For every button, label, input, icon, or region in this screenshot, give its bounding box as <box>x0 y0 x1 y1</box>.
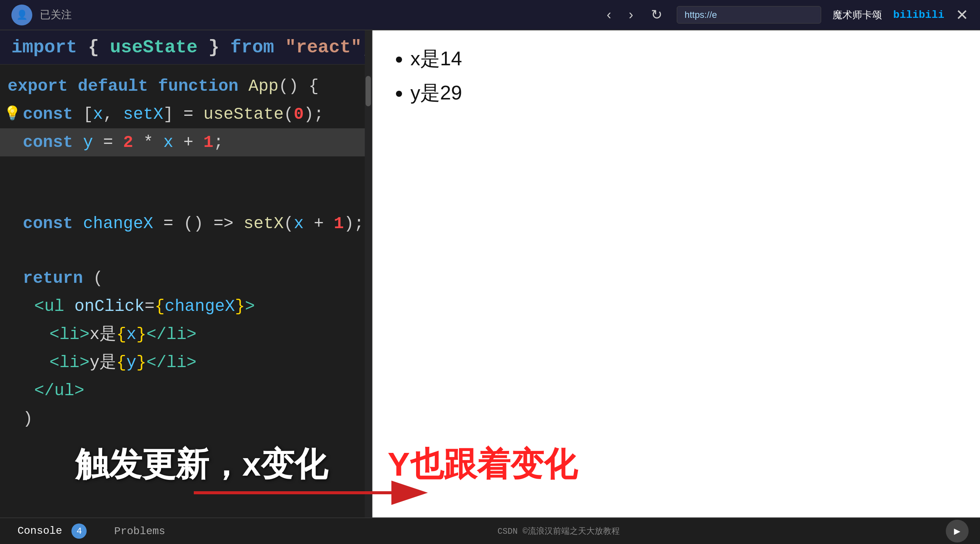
jsx-brace4: } <box>137 322 146 347</box>
top-bar-right: ‹ › ↻ 魔术师卡颂 bilibili ✕ <box>604 4 969 26</box>
code-line-changex: const changeX = () => setX ( x + 1 ); <box>0 209 372 238</box>
code-line-2: 💡 const [ x , setX ] = useState ( 0 ); <box>0 100 372 128</box>
const-kw-2: const <box>23 102 73 127</box>
default-kw: default <box>78 74 148 99</box>
two-val: 2 <box>123 130 133 155</box>
console-tab[interactable]: Console 4 <box>11 520 93 542</box>
setx-call: setX <box>243 211 284 236</box>
code-line-return: return ( <box>0 264 372 292</box>
preview-panel: x是14 y是29 <box>372 30 980 517</box>
paren-open: ( <box>284 102 294 127</box>
open-brace: { <box>88 37 99 58</box>
magic-label: 魔术师卡颂 <box>832 8 882 22</box>
paren3: ( <box>284 211 294 236</box>
equals: = <box>183 102 193 127</box>
app-func: App <box>248 74 278 99</box>
const-kw-4: const <box>23 211 73 236</box>
close-paren: ) <box>23 406 33 431</box>
react-string: "react" <box>285 37 362 58</box>
comma: , <box>103 102 113 127</box>
one-val: 1 <box>203 130 213 155</box>
bracket-open: [ <box>83 102 93 127</box>
top-bar-left: 👤 已关注 <box>11 5 72 25</box>
scrollbar-thumb[interactable] <box>366 76 371 106</box>
paren4: ); <box>344 211 364 236</box>
top-bar: 👤 已关注 ‹ › ↻ 魔术师卡颂 bilibili ✕ <box>0 0 980 30</box>
li1-close: </li> <box>146 322 196 347</box>
ul-tag-open: <ul <box>34 294 64 319</box>
csdn-label: CSDN ©流浪汉前端之天大放教程 <box>497 525 619 537</box>
url-bar[interactable] <box>677 6 821 24</box>
y-var: y <box>83 130 93 155</box>
one-val2: 1 <box>334 211 344 236</box>
follow-button[interactable]: 已关注 <box>40 8 72 22</box>
jsx-brace3: { <box>116 322 126 347</box>
li2-close: </li> <box>146 350 196 375</box>
bilibili-logo: bilibili <box>893 9 944 21</box>
const-kw-3: const <box>23 130 73 155</box>
semi2: ; <box>213 130 223 155</box>
plus-op2: + <box>314 211 324 236</box>
y-ref: y <box>126 350 136 375</box>
x-var: x <box>93 102 103 127</box>
plus-op: + <box>183 130 193 155</box>
li2-open: <li> <box>49 350 90 375</box>
scrollbar-track[interactable] <box>365 30 372 517</box>
main-content: import { useState } from "react" ; expor… <box>0 30 980 517</box>
eq3: = <box>145 294 154 319</box>
nav-back-button[interactable]: ‹ <box>604 4 614 26</box>
refresh-button[interactable]: ↻ <box>648 4 665 26</box>
import-line: import { useState } from "react" ; <box>0 30 372 65</box>
avatar: 👤 <box>11 5 32 25</box>
jsx-brace6: } <box>137 350 146 375</box>
lightbulb-icon: 💡 <box>4 104 21 125</box>
setx-var: setX <box>123 102 163 127</box>
zero-val: 0 <box>294 102 304 127</box>
play-button[interactable]: ▶ <box>946 520 969 542</box>
code-line-3: const y = 2 * x + 1 ; <box>0 128 372 156</box>
preview-list: x是14 y是29 <box>395 46 957 106</box>
bracket-close: ] <box>163 102 173 127</box>
ul-close-tag: </ul> <box>34 378 84 403</box>
x-ref2: x <box>294 211 304 236</box>
usestate-call: useState <box>203 102 283 127</box>
code-line-blank2 <box>0 183 372 209</box>
usestate-name: useState <box>110 37 197 58</box>
code-line-li2: <li> y是 { y } </li> <box>0 349 372 377</box>
problems-tab[interactable]: Problems <box>108 522 171 540</box>
console-badge: 4 <box>72 523 87 539</box>
x-ref: x <box>163 130 173 155</box>
arrow-fn: () <box>183 211 204 236</box>
export-kw: export <box>8 74 68 99</box>
from-keyword: from <box>230 37 274 58</box>
paren-close: ); <box>304 102 324 127</box>
preview-item-y: y是29 <box>410 80 957 106</box>
li1-open: <li> <box>49 322 90 347</box>
x-ref3: x <box>126 322 136 347</box>
mult-op: * <box>143 130 153 155</box>
eq-op: = <box>103 130 113 155</box>
changex-var: changeX <box>83 211 153 236</box>
eq-op2: = <box>163 211 173 236</box>
nav-forward-button[interactable]: › <box>626 4 636 26</box>
close-brace: } <box>208 37 220 58</box>
import-keyword: import <box>11 37 77 58</box>
problems-label: Problems <box>114 525 165 537</box>
code-panel: import { useState } from "react" ; expor… <box>0 30 372 517</box>
jsx-brace2: } <box>235 294 245 319</box>
ul-tag-close: > <box>245 294 255 319</box>
code-line-blank3 <box>0 238 372 264</box>
preview-item-x: x是14 <box>410 46 957 72</box>
li1-text: x是 <box>90 322 116 347</box>
changex-ref: changeX <box>164 294 235 319</box>
function-kw: function <box>158 74 238 99</box>
close-button[interactable]: ✕ <box>956 6 969 24</box>
return-paren: ( <box>93 266 103 291</box>
onclick-attr: onClick <box>75 294 145 319</box>
jsx-brace1: { <box>155 294 164 319</box>
code-line-li1: <li> x是 { x } </li> <box>0 320 372 349</box>
code-line-blank1 <box>0 156 372 183</box>
paren: () <box>278 74 299 99</box>
code-line-close-paren: ) <box>0 405 372 433</box>
console-label: Console <box>18 525 62 537</box>
